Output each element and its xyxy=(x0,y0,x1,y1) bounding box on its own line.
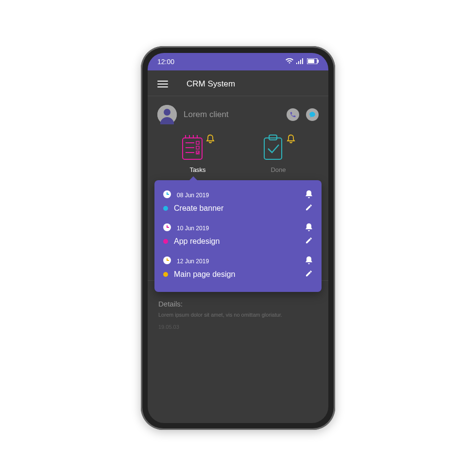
task-date: 12 Jun 2019 xyxy=(177,258,299,265)
svg-rect-6 xyxy=(318,60,319,63)
battery-icon xyxy=(307,58,319,66)
task-item[interactable]: 12 Jun 2019 Main page design xyxy=(163,252,313,285)
details-label: Details: xyxy=(158,300,318,308)
svg-rect-17 xyxy=(196,146,199,149)
reminder-icon[interactable] xyxy=(305,223,313,234)
screen: 12:00 CRM System xyxy=(148,53,328,423)
edit-button[interactable] xyxy=(305,270,313,279)
task-title: App redesign xyxy=(174,237,299,246)
status-dot xyxy=(163,206,168,211)
edit-button[interactable] xyxy=(305,204,313,213)
tab-done[interactable]: Done xyxy=(261,134,295,173)
status-bar: 12:00 xyxy=(148,53,328,70)
status-time: 12:00 xyxy=(157,58,174,66)
app-header: CRM System xyxy=(148,70,328,96)
svg-point-8 xyxy=(164,109,170,116)
task-item[interactable]: 08 Jun 2019 Create banner xyxy=(163,186,313,219)
details-section: Details: Lorem ipsum dolor sit amet, vis… xyxy=(148,292,328,335)
tab-row: Tasks Done xyxy=(148,129,328,177)
app-title: CRM System xyxy=(187,79,319,89)
task-item[interactable]: 10 Jun 2019 App redesign xyxy=(163,219,313,252)
avatar[interactable] xyxy=(157,105,177,124)
svg-rect-15 xyxy=(196,141,199,144)
svg-rect-5 xyxy=(308,59,314,63)
clock-icon xyxy=(163,256,171,266)
svg-rect-3 xyxy=(302,58,303,64)
edit-button[interactable] xyxy=(305,237,313,246)
reminder-icon[interactable] xyxy=(305,190,313,201)
details-date: 19.05.03 xyxy=(158,324,318,330)
clock-icon xyxy=(163,190,171,200)
bell-icon xyxy=(287,134,295,146)
clock-icon xyxy=(163,223,171,233)
details-body: Lorem ipsum dolor sit amet, vis no omitt… xyxy=(158,311,318,319)
tab-tasks[interactable]: Tasks xyxy=(181,134,215,173)
menu-button[interactable] xyxy=(157,81,168,87)
reminder-icon[interactable] xyxy=(305,256,313,267)
svg-rect-20 xyxy=(264,138,282,159)
task-panel: 08 Jun 2019 Create banner xyxy=(154,180,322,292)
signal-icon xyxy=(296,58,304,66)
status-dot xyxy=(163,239,168,244)
wifi-icon xyxy=(286,58,293,66)
svg-rect-2 xyxy=(300,60,301,64)
status-dot xyxy=(163,272,168,277)
bell-icon xyxy=(206,134,215,146)
task-title: Create banner xyxy=(174,204,299,213)
chat-button[interactable] xyxy=(306,108,319,121)
tab-tasks-label: Tasks xyxy=(189,166,205,173)
task-date: 08 Jun 2019 xyxy=(177,192,299,199)
tab-done-label: Done xyxy=(271,166,286,173)
svg-rect-1 xyxy=(298,61,299,64)
status-indicators xyxy=(286,58,319,66)
task-title: Main page design xyxy=(174,270,299,279)
client-row: Lorem client xyxy=(148,96,328,129)
client-name: Lorem client xyxy=(184,110,280,119)
notepad-icon xyxy=(181,134,204,162)
phone-frame: 12:00 CRM System xyxy=(141,46,335,430)
clipboard-check-icon xyxy=(261,134,285,162)
task-date: 10 Jun 2019 xyxy=(177,225,299,232)
svg-rect-0 xyxy=(296,63,297,64)
call-button[interactable] xyxy=(287,108,299,121)
